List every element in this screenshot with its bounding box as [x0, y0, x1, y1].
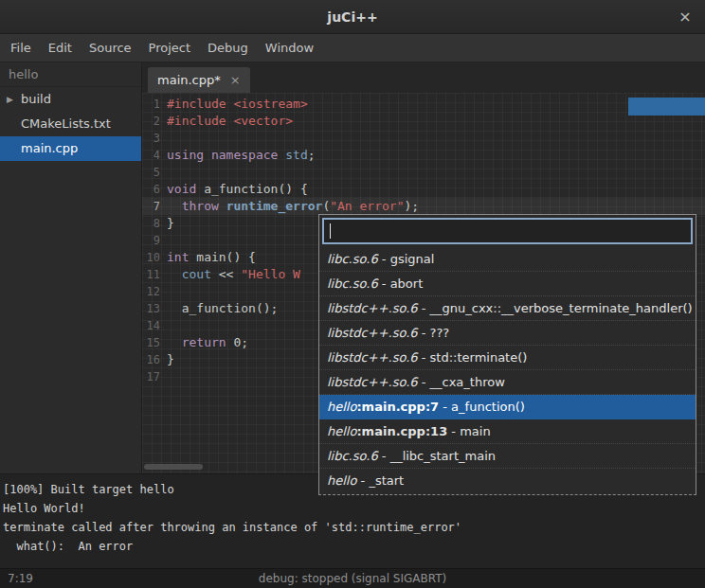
line-number: 1	[142, 96, 167, 113]
menu-debug[interactable]: Debug	[199, 34, 257, 62]
menu-window[interactable]: Window	[257, 34, 322, 62]
backtrace-segment: hello	[327, 473, 356, 488]
line-number: 16	[142, 351, 167, 368]
statusbar: 7:19 debug: stopped (signal SIGABRT)	[0, 568, 705, 588]
menu-edit[interactable]: Edit	[40, 34, 81, 62]
backtrace-item[interactable]: libc.so.6 - abort	[319, 272, 696, 296]
backtrace-segment: libc.so.6	[327, 449, 378, 463]
backtrace-segment: libstdc++.so.6	[327, 375, 418, 389]
code-token: }	[167, 352, 174, 366]
tab-main-cpp[interactable]: main.cpp*×	[148, 67, 250, 93]
code-token	[167, 335, 182, 349]
backtrace-item[interactable]: libc.so.6 - gsignal	[319, 247, 696, 272]
code-text: #include <iostream>	[167, 96, 705, 113]
backtrace-segment: :main.cpp:7	[356, 400, 439, 414]
horizontal-scrollbar-thumb[interactable]	[144, 464, 203, 470]
code-line[interactable]: 2#include <vector>	[142, 113, 705, 130]
code-token: "An error"	[330, 199, 404, 213]
tab-close-icon[interactable]: ×	[230, 73, 241, 87]
code-line[interactable]: 7 throw runtime_error("An error");	[142, 198, 705, 215]
backtrace-item[interactable]: hello - _start	[319, 469, 696, 493]
line-number: 9	[142, 232, 167, 249]
code-line[interactable]: 4using namespace std;	[142, 147, 705, 164]
line-number: 2	[142, 113, 167, 130]
menu-source[interactable]: Source	[81, 34, 140, 62]
backtrace-segment: hello	[327, 424, 356, 438]
code-token: a_function();	[167, 301, 278, 315]
code-text	[167, 130, 705, 147]
line-number: 13	[142, 300, 167, 317]
backtrace-list: libc.so.6 - gsignallibc.so.6 - abortlibs…	[319, 247, 696, 494]
backtrace-popup: libc.so.6 - gsignallibc.so.6 - abortlibs…	[318, 214, 696, 495]
line-number: 15	[142, 334, 167, 351]
backtrace-item[interactable]: libstdc++.so.6 - std::terminate()	[319, 346, 696, 370]
code-line[interactable]: 3	[142, 130, 705, 147]
backtrace-segment: - a_function()	[439, 400, 525, 414]
sidebar-item-cmakelists-txt[interactable]: CMakeLists.txt	[0, 112, 141, 136]
app-window: juCi++ × FileEditSourceProjectDebugWindo…	[0, 0, 705, 588]
sidebar-item-build[interactable]: ▶build	[0, 87, 141, 112]
code-token: "Hello W	[241, 267, 300, 281]
window-close-icon[interactable]: ×	[675, 7, 696, 27]
code-token: ;	[308, 148, 316, 162]
backtrace-item[interactable]: libstdc++.so.6 - __gnu_cxx::__verbose_te…	[319, 296, 696, 321]
line-number: 8	[142, 215, 167, 232]
line-number: 5	[142, 164, 167, 181]
sidebar-item-main-cpp[interactable]: main.cpp	[0, 136, 141, 161]
code-line[interactable]: 5	[142, 164, 705, 181]
console-line: Hello World!	[3, 499, 705, 518]
menu-file[interactable]: File	[2, 34, 40, 62]
popup-search-input[interactable]	[322, 218, 693, 244]
backtrace-segment: - gsignal	[378, 252, 435, 266]
backtrace-segment: libstdc++.so.6	[327, 350, 418, 365]
code-token: return	[182, 335, 226, 349]
code-token: <vector>	[233, 114, 293, 128]
console-line: terminate called after throwing an insta…	[3, 518, 705, 537]
popup-input-wrap	[322, 218, 693, 244]
line-number: 4	[142, 147, 167, 164]
code-token	[167, 199, 182, 213]
backtrace-segment: libc.so.6	[327, 252, 378, 266]
code-token: #include	[167, 97, 226, 111]
code-token: int	[167, 250, 189, 264]
sidebar-item-label: CMakeLists.txt	[21, 116, 111, 131]
line-number: 10	[142, 249, 167, 266]
file-tree: ▶buildCMakeLists.txtmain.cpp	[0, 87, 141, 161]
sidebar-item-label: main.cpp	[21, 141, 78, 155]
code-token: 0;	[226, 335, 248, 349]
code-token: namespace	[211, 148, 278, 162]
code-text	[167, 164, 705, 181]
vertical-scrollbar-thumb[interactable]	[628, 98, 705, 116]
code-line[interactable]: 1#include <iostream>	[142, 96, 705, 113]
backtrace-segment: - _start	[356, 473, 404, 488]
code-text: using namespace std;	[167, 147, 705, 164]
tabbar: main.cpp*×	[142, 62, 705, 93]
backtrace-item[interactable]: hello:main.cpp:13 - main	[319, 419, 696, 444]
tab-label: main.cpp*	[157, 73, 221, 87]
titlebar[interactable]: juCi++ ×	[0, 0, 705, 34]
code-token	[167, 267, 182, 281]
line-number: 12	[142, 283, 167, 300]
menu-project[interactable]: Project	[140, 34, 199, 62]
code-token: void	[167, 182, 196, 196]
cursor-position: 7:19	[0, 572, 33, 585]
line-number: 3	[142, 130, 167, 147]
backtrace-segment: hello	[327, 400, 356, 414]
window-title: juCi++	[327, 9, 377, 25]
backtrace-item[interactable]: libstdc++.so.6 - ???	[319, 321, 696, 346]
code-token: main() {	[189, 250, 255, 264]
backtrace-item[interactable]: libstdc++.so.6 - __cxa_throw	[319, 370, 696, 395]
code-line[interactable]: 6void a_function() {	[142, 181, 705, 198]
backtrace-item[interactable]: libc.so.6 - __libc_start_main	[319, 444, 696, 469]
code-token: throw	[182, 199, 219, 213]
backtrace-segment: - abort	[378, 276, 424, 291]
code-token: );	[404, 199, 419, 213]
text-caret	[330, 223, 331, 239]
backtrace-item[interactable]: hello:main.cpp:7 - a_function()	[319, 395, 696, 419]
line-number: 14	[142, 317, 167, 334]
backtrace-segment: - main	[447, 424, 490, 438]
line-number: 7	[142, 198, 167, 215]
console-line: what(): An error	[3, 537, 705, 556]
expander-icon[interactable]: ▶	[7, 87, 13, 112]
backtrace-segment: libc.so.6	[327, 276, 378, 291]
